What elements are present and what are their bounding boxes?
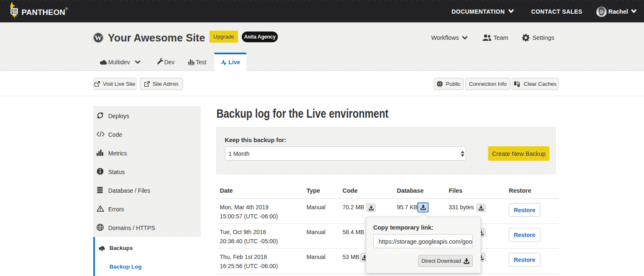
- svg-text:W: W: [95, 34, 102, 42]
